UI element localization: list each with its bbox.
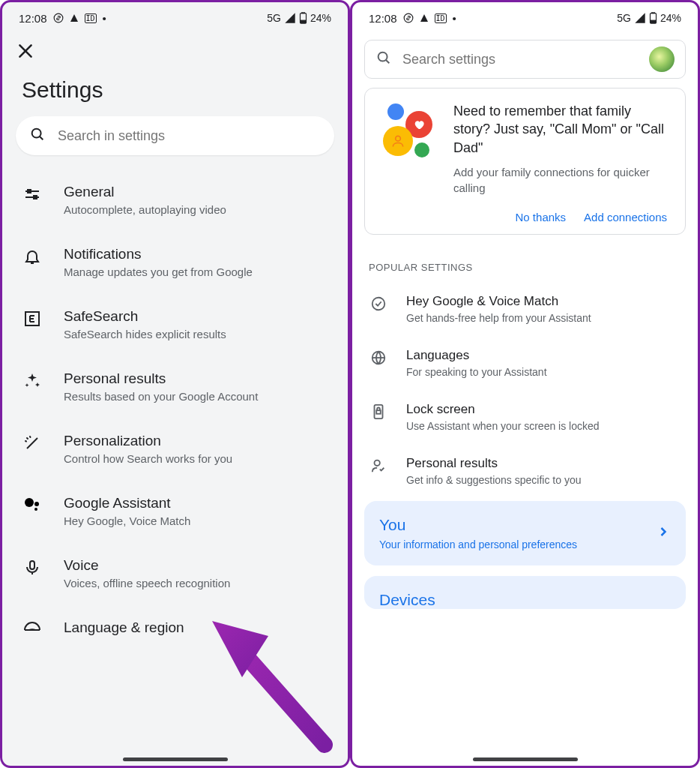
- nav-handle[interactable]: [123, 758, 228, 761]
- svg-point-25: [396, 136, 401, 141]
- add-connections-button[interactable]: Add connections: [584, 211, 667, 224]
- close-icon: [16, 41, 35, 61]
- person-check-icon: [369, 456, 388, 476]
- status-icon-id: ID: [435, 14, 447, 23]
- settings-item-general[interactable]: GeneralAutocomplete, autoplaying video: [2, 169, 348, 231]
- item-title: Notifications: [64, 246, 253, 262]
- popular-item-hey-google[interactable]: Hey Google & Voice MatchGet hands-free h…: [352, 282, 698, 336]
- status-time: 12:08: [19, 12, 47, 25]
- person-icon: [390, 134, 405, 148]
- item-subtitle: SafeSearch hides explicit results: [64, 328, 226, 340]
- settings-item-google-assistant[interactable]: Google AssistantHey Google, Voice Match: [2, 480, 348, 542]
- item-title: Lock screen: [406, 402, 600, 417]
- wand-icon: [22, 433, 43, 454]
- assistant-icon: [22, 495, 43, 516]
- item-subtitle: For speaking to your Assistant: [406, 366, 547, 378]
- item-title: Personalization: [64, 433, 232, 449]
- tile-you[interactable]: You Your information and personal prefer…: [364, 501, 686, 566]
- item-title: Voice: [64, 557, 230, 574]
- svg-point-31: [375, 460, 380, 466]
- status-battery: 24%: [310, 12, 331, 24]
- svg-rect-11: [34, 196, 37, 199]
- signal-icon: [284, 12, 296, 24]
- heart-icon: [413, 118, 425, 130]
- settings-item-voice[interactable]: VoiceVoices, offline speech recognition: [2, 542, 348, 604]
- status-bar: 12:08 ID • 5G 24%: [2, 2, 348, 29]
- connections-graphic: [378, 102, 438, 162]
- status-icon-triangle: [70, 14, 79, 22]
- popular-item-lock-screen[interactable]: Lock screenUse Assistant when your scree…: [352, 390, 698, 444]
- popular-settings-label: POPULAR SETTINGS: [369, 262, 681, 273]
- item-subtitle: Manage updates you get from Google: [64, 266, 253, 278]
- search-in-settings[interactable]: [16, 116, 334, 155]
- item-title: SafeSearch: [64, 308, 226, 325]
- close-button[interactable]: [16, 41, 35, 61]
- item-subtitle: Control how Search works for you: [64, 452, 232, 465]
- status-icon-b: [53, 13, 64, 23]
- item-title: Personal results: [406, 456, 581, 471]
- item-subtitle: Autocomplete, autoplaying video: [64, 203, 226, 216]
- sliders-icon: [22, 184, 43, 205]
- svg-rect-17: [30, 561, 34, 569]
- page-title: Settings: [2, 61, 348, 113]
- svg-rect-2: [302, 12, 304, 14]
- status-icon-triangle: [420, 14, 429, 22]
- item-title: Languages: [406, 348, 547, 363]
- mic-icon: [22, 557, 43, 578]
- globe-icon: [22, 620, 43, 640]
- search-settings[interactable]: [364, 40, 686, 79]
- tile-title: You: [379, 516, 577, 534]
- svg-point-23: [378, 52, 387, 62]
- tile-title: Devices: [379, 591, 435, 609]
- explicit-icon: [22, 308, 43, 329]
- settings-item-personalization[interactable]: PersonalizationControl how Search works …: [2, 418, 348, 480]
- svg-line-24: [386, 60, 389, 63]
- family-connections-card: Need to remember that family story? Just…: [364, 88, 686, 235]
- status-battery: 24%: [660, 12, 681, 24]
- item-title: Google Assistant: [64, 495, 190, 512]
- item-subtitle: Results based on your Google Account: [64, 390, 258, 403]
- phone-lock-icon: [369, 402, 388, 422]
- status-network: 5G: [267, 12, 281, 24]
- search-input[interactable]: [58, 128, 321, 144]
- nav-handle[interactable]: [473, 758, 578, 761]
- account-avatar[interactable]: [649, 46, 675, 72]
- item-title: Personal results: [64, 370, 258, 387]
- tile-devices[interactable]: Devices: [364, 576, 686, 609]
- card-heading: Need to remember that family story? Just…: [453, 102, 672, 157]
- settings-item-notifications[interactable]: NotificationsManage updates you get from…: [2, 231, 348, 293]
- card-body: Add your family connections for quicker …: [453, 164, 672, 196]
- settings-item-personal-results[interactable]: Personal resultsResults based on your Go…: [2, 356, 348, 418]
- svg-rect-29: [375, 405, 383, 418]
- sparkles-icon: [22, 370, 43, 392]
- svg-rect-21: [652, 12, 654, 14]
- status-bar: 12:08 ID • 5G 24%: [352, 2, 698, 29]
- item-title: General: [64, 184, 226, 200]
- settings-item-language-region[interactable]: Language & region: [2, 604, 348, 644]
- popular-list: Hey Google & Voice MatchGet hands-free h…: [352, 279, 698, 501]
- svg-point-16: [34, 508, 37, 511]
- no-thanks-button[interactable]: No thanks: [516, 211, 567, 224]
- globe-icon: [369, 348, 388, 368]
- popular-item-languages[interactable]: LanguagesFor speaking to your Assistant: [352, 336, 698, 390]
- search-icon: [29, 126, 46, 146]
- item-subtitle: Get info & suggestions specific to you: [406, 474, 581, 486]
- settings-list: GeneralAutocomplete, autoplaying video N…: [2, 169, 348, 644]
- check-circle-icon: [369, 294, 388, 314]
- search-input[interactable]: [402, 52, 649, 68]
- status-dot-icon: •: [453, 12, 456, 25]
- battery-icon: [299, 12, 307, 24]
- svg-rect-22: [651, 20, 655, 22]
- svg-rect-10: [28, 190, 31, 193]
- status-icon-b: [403, 13, 414, 23]
- chevron-right-icon: [656, 524, 671, 542]
- item-title: Language & region: [64, 620, 184, 636]
- item-subtitle: Hey Google, Voice Match: [64, 514, 190, 527]
- svg-rect-3: [301, 20, 305, 22]
- settings-item-safesearch[interactable]: SafeSearchSafeSearch hides explicit resu…: [2, 293, 348, 356]
- popular-item-personal-results[interactable]: Personal resultsGet info & suggestions s…: [352, 444, 698, 498]
- signal-icon: [634, 12, 646, 24]
- settings-screen: 12:08 ID • 5G 24% Settings: [0, 0, 350, 768]
- bell-icon: [22, 246, 43, 267]
- item-title: Hey Google & Voice Match: [406, 294, 591, 309]
